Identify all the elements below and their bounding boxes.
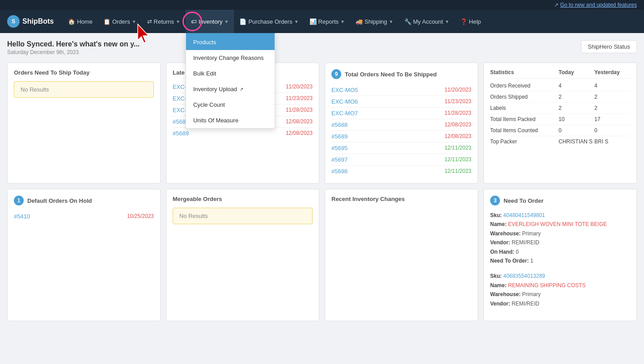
dropdown-item-products[interactable]: Products: [186, 34, 275, 50]
sku-link-1[interactable]: 40480411549801: [503, 212, 545, 218]
table-row: #5688 12/08/2023: [331, 119, 471, 131]
order-link[interactable]: EXC-MO7: [331, 110, 358, 117]
table-row: #5697 12/11/2023: [331, 154, 471, 166]
order-link[interactable]: EXC-MO5: [331, 87, 358, 93]
logo[interactable]: S ShipBots: [4, 15, 57, 28]
sku-label-1: Sku:: [490, 212, 502, 218]
nav-label-home: Home: [77, 18, 93, 25]
need-to-order-item-1: Sku: 40480411549801 Name: EVERLEIGH WOVE…: [490, 211, 630, 265]
inventory-icon: 🏷: [191, 18, 197, 25]
nav-item-help[interactable]: ❓ Help: [455, 10, 487, 33]
stats-today: 2: [559, 94, 594, 100]
order-link[interactable]: #5697: [331, 156, 347, 163]
warehouse-value-1: Primary: [522, 230, 541, 237]
purchase-orders-icon: 📄: [239, 18, 246, 25]
order-date: 11/28/2023: [445, 110, 471, 117]
order-link[interactable]: #5689: [331, 133, 347, 140]
stats-row-orders-shipped: Orders Shipped 2 2: [490, 92, 630, 103]
need-to-order-card: 3 Need To Order Sku: 40480411549801 Name…: [483, 189, 637, 321]
nav-item-shipping[interactable]: 🚚 Shipping ▼: [350, 10, 399, 33]
nav-item-my-account[interactable]: 🔧 My Account ▼: [399, 10, 455, 33]
item-name-1: EVERLEIGH WOVEN MINI TOTE BEIGE: [508, 221, 607, 227]
ship-status-button[interactable]: ShipHero Status: [581, 40, 637, 53]
order-date: 12/08/2023: [286, 118, 313, 125]
stats-label: Top Packer: [490, 138, 559, 145]
count-badge: 9: [331, 69, 341, 79]
need-to-order-label-1: Need To Order:: [490, 258, 529, 264]
statistics-today-header: Today: [559, 69, 594, 75]
table-row: EXC-MO6 11/23/2023: [331, 96, 471, 108]
table-row: #5689 12/08/2023: [331, 131, 471, 142]
total-orders-list: EXC-MO5 11/20/2023 EXC-MO6 11/23/2023 EX…: [331, 84, 471, 177]
nav-item-inventory[interactable]: 🏷 Inventory ▼ Products Inventory Change …: [186, 10, 234, 33]
total-orders-header: 9 Total Orders Need To Be Shipped: [331, 69, 471, 79]
dropdown-item-bulk-edit[interactable]: Bulk Edit: [186, 66, 275, 81]
logo-text: ShipBots: [22, 17, 54, 25]
bulk-edit-label: Bulk Edit: [193, 70, 216, 77]
stats-label: Total Items Packed: [490, 116, 559, 122]
welcome-date: Saturday December 9th, 2023: [7, 49, 140, 55]
purchase-orders-chevron-icon: ▼: [294, 19, 299, 24]
order-link[interactable]: #5689: [173, 130, 189, 137]
home-icon: 🏠: [68, 18, 75, 25]
nav-label-orders: Orders: [112, 18, 130, 25]
new-features-link[interactable]: Go to new and updated features: [560, 2, 637, 8]
products-label: Products: [193, 39, 216, 46]
external-link-icon: ↗: [554, 2, 559, 8]
recent-inventory-header: Recent Inventory Changes: [331, 196, 471, 202]
units-of-measure-label: Units Of Measure: [193, 117, 238, 124]
nav-item-home[interactable]: 🏠 Home: [63, 10, 98, 33]
order-link[interactable]: #5698: [331, 168, 347, 175]
sku-link-2[interactable]: 40683554013289: [503, 273, 545, 279]
order-link[interactable]: #5410: [14, 213, 30, 220]
order-date: 11/28/2023: [286, 107, 313, 113]
reports-chevron-icon: ▼: [340, 19, 345, 24]
nav-item-returns[interactable]: ⇄ Returns ▼: [142, 10, 186, 33]
stats-today: 0: [559, 127, 594, 134]
nav-label-my-account: My Account: [413, 18, 443, 25]
need-to-order-title: Need To Order: [504, 197, 543, 204]
stats-row-orders-received: Orders Received 4 4: [490, 80, 630, 92]
dropdown-item-inventory-upload[interactable]: Inventory Upload ↗: [186, 81, 275, 97]
navbar: S ShipBots 🏠 Home 📋 Orders ▼ ⇄ Returns ▼…: [0, 10, 644, 33]
order-link[interactable]: EXC-MO6: [331, 98, 358, 105]
table-row: EXC-MO7 11/28/2023: [331, 108, 471, 119]
stats-row-items-packed: Total Items Packed 10 17: [490, 114, 630, 125]
order-link[interactable]: #5695: [331, 145, 347, 151]
dropdown-item-cycle-count[interactable]: Cycle Count: [186, 97, 275, 113]
warehouse-label-1: Warehouse:: [490, 230, 521, 237]
order-link[interactable]: #5688: [331, 121, 347, 128]
returns-chevron-icon: ▼: [176, 19, 180, 24]
dropdown-item-inventory-change-reasons[interactable]: Inventory Change Reasons: [186, 50, 275, 66]
vendor-label-2: Vendor:: [490, 301, 510, 307]
nav-label-returns: Returns: [154, 18, 174, 25]
nav-item-orders[interactable]: 📋 Orders ▼: [98, 10, 142, 33]
stats-row-top-packer: Top Packer CHRISTIAN S BRI S: [490, 136, 630, 147]
sku-label-2: Sku:: [490, 273, 502, 279]
statistics-yesterday-header: Yesterday: [594, 69, 630, 75]
dropdown-item-units-of-measure[interactable]: Units Of Measure: [186, 113, 275, 128]
item-name-2: REMAINING SHIPPING COSTS: [508, 282, 585, 289]
default-orders-count-badge: 1: [14, 196, 24, 205]
name-label-1: Name:: [490, 221, 507, 227]
stats-yesterday: 17: [594, 116, 630, 122]
vendor-value-2: REMI/REID: [512, 301, 539, 307]
stats-row-items-counted: Total Items Counted 0 0: [490, 125, 630, 136]
stats-label: Total Items Counted: [490, 127, 559, 134]
vendor-label-1: Vendor:: [490, 239, 510, 246]
nav-item-purchase-orders[interactable]: 📄 Purchase Orders ▼: [234, 10, 304, 33]
statistics-title: Statistics: [490, 69, 559, 75]
default-orders-header: 1 Default Orders On Hold: [14, 196, 154, 205]
order-date: 12/11/2023: [445, 168, 471, 175]
help-icon: ❓: [460, 18, 467, 25]
dashboard-top-row: Orders Need To Ship Today No Results Lat…: [7, 63, 637, 184]
need-to-order-count-badge: 3: [490, 196, 500, 205]
stats-yesterday: 4: [594, 83, 630, 89]
nav-label-reports: Reports: [318, 18, 339, 25]
orders-to-ship-header: Orders Need To Ship Today: [14, 69, 154, 76]
statistics-card: Statistics Today Yesterday Orders Receiv…: [483, 63, 637, 184]
inventory-upload-label: Inventory Upload: [193, 86, 237, 92]
welcome-section: Hello Synced. Here's what's new on y... …: [7, 40, 140, 55]
default-orders-title: Default Orders On Hold: [27, 197, 92, 204]
nav-item-reports[interactable]: 📊 Reports ▼: [304, 10, 350, 33]
